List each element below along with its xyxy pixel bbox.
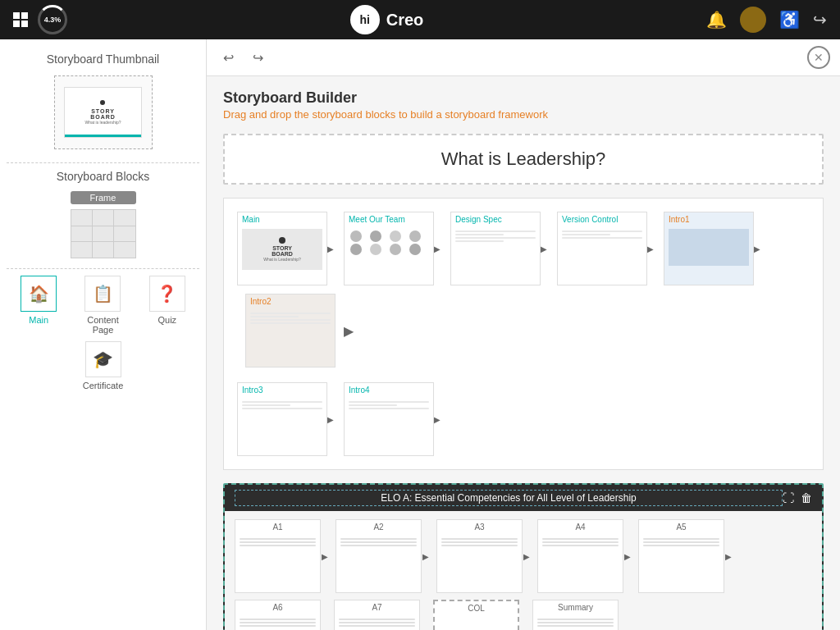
sb-card-main-arrow: ▶ (326, 244, 335, 253)
sidebar-divider-1 (7, 162, 199, 163)
logout-icon[interactable]: ↪ (813, 10, 827, 30)
sb-card-main-body: STORY BOARD What is Leadership? (238, 226, 326, 285)
sb-card-intro4-title: Intro4 (345, 383, 433, 397)
app-name: Creo (386, 11, 424, 30)
builder-header: Storyboard Builder Drag and drop the sto… (223, 89, 824, 121)
elo-a2-arrow: ▶ (422, 552, 429, 561)
main-block-icon: 🏠 (21, 276, 57, 312)
certificate-block-icon: 🎓 (85, 341, 121, 377)
sb-card-intro2-title: Intro2 (246, 294, 335, 308)
nav-left: 4.3% (13, 5, 67, 34)
course-title-box[interactable]: What is Leadership? (223, 134, 824, 185)
block-certificate[interactable]: 🎓 Certificate (79, 341, 128, 390)
grid-icon[interactable] (13, 12, 28, 27)
elo-title: ELO A: Essential Competencies for All Le… (235, 490, 783, 506)
elo-header: ELO A: Essential Competencies for All Le… (225, 485, 822, 511)
sb-card-intro1-arrow: ▶ (753, 244, 761, 253)
frame-label: Frame (71, 191, 136, 204)
sb-card-meet-team[interactable]: Meet Our Team (344, 212, 434, 285)
content-area: ↩ ↪ ✕ Storyboard Builder Drag and drop t… (207, 39, 840, 630)
thumbnail-inner: STORY BOARD What is leadership? (55, 76, 152, 148)
sb-card-intro3-title: Intro3 (238, 383, 326, 397)
elo-card-col[interactable]: COL ? ▶ (433, 600, 519, 630)
builder-area: Storyboard Builder Drag and drop the sto… (207, 76, 840, 630)
user-avatar[interactable] (740, 7, 766, 33)
thumbnail-bar (65, 135, 140, 137)
toolbar: ↩ ↪ ✕ (207, 39, 840, 76)
builder-title: Storyboard Builder (223, 89, 824, 107)
sb-card-design-arrow: ▶ (540, 244, 548, 253)
thumbnail-section-title: Storyboard Thumbnail (7, 52, 199, 66)
elo-grid: A1 ▶ A2 (225, 511, 822, 630)
sb-card-intro3[interactable]: Intro3 ▶ (237, 382, 327, 456)
sb-card-version-title: Version Control (558, 212, 646, 226)
sb-card-intro2[interactable]: Intro2 (245, 294, 336, 368)
sb-card-version-control[interactable]: Version Control ▶ (557, 212, 647, 285)
sb-card-team-arrow: ▶ (433, 244, 441, 253)
sb-card-intro4[interactable]: Intro4 ▶ (344, 382, 434, 456)
frame-grid (71, 209, 136, 258)
elo-a3-arrow: ▶ (523, 552, 530, 561)
notification-icon[interactable]: 🔔 (706, 10, 727, 30)
sb-card-main[interactable]: Main STORY BOARD What is Leadership? (237, 212, 327, 285)
mini-dot (100, 100, 105, 105)
redo-button[interactable]: ↪ (246, 46, 269, 69)
sb-card-intro1-title: Intro1 (664, 212, 753, 226)
elo-card-a1[interactable]: A1 ▶ (235, 519, 321, 593)
sb-card-main-title: Main (238, 212, 326, 226)
content-page-block-icon: 📋 (84, 276, 121, 312)
main-layout: Storyboard Thumbnail STORY BOARD What is… (0, 39, 840, 630)
sidebar-divider-2 (7, 268, 199, 269)
elo-actions: ⛶ 🗑 (783, 491, 812, 504)
block-main[interactable]: 🏠 Main (14, 276, 63, 335)
sb-card-design-spec-title: Design Spec (451, 212, 540, 226)
main-block-label: Main (29, 315, 48, 325)
elo-section: ELO A: Essential Competencies for All Le… (223, 483, 824, 630)
blocks-row-2: 🎓 Certificate (7, 341, 199, 390)
blocks-section-title: Storyboard Blocks (7, 170, 199, 183)
elo-a4-arrow: ▶ (624, 552, 631, 561)
builder-subtitle: Drag and drop the storyboard blocks to b… (223, 108, 824, 121)
sidebar: Storyboard Thumbnail STORY BOARD What is… (0, 39, 207, 630)
app-logo: hi Creo (350, 5, 424, 34)
elo-expand-icon[interactable]: ⛶ (783, 491, 794, 504)
hi-badge: hi (350, 5, 380, 34)
sb-card-meet-team-title: Meet Our Team (345, 212, 433, 226)
elo-card-a3[interactable]: A3 ▶ (436, 519, 523, 593)
blocks-row-1: 🏠 Main 📋 Content Page ❓ Quiz (7, 276, 199, 335)
storyboard-thumbnail: STORY BOARD What is leadership? (54, 75, 153, 149)
elo-delete-icon[interactable]: 🗑 (801, 491, 812, 504)
sb-card-intro3-arrow: ▶ (326, 415, 335, 423)
elo-card-a2[interactable]: A2 ▶ (336, 519, 422, 593)
toolbar-left: ↩ ↪ (217, 46, 269, 69)
accessibility-icon[interactable]: ♿ (779, 10, 800, 30)
elo-card-a7[interactable]: A7 ▶ (334, 600, 420, 630)
block-content-page[interactable]: 📋 Content Page (78, 276, 127, 335)
nav-right: 🔔 ♿ ↪ (706, 7, 827, 33)
progress-indicator: 4.3% (38, 5, 67, 34)
block-quiz[interactable]: ❓ Quiz (143, 276, 192, 335)
sb-card-intro4-arrow: ▶ (433, 415, 441, 423)
thumbnail-preview: STORY BOARD What is leadership? (64, 87, 141, 138)
close-button[interactable]: ✕ (807, 46, 830, 69)
sb-card-intro1[interactable]: Intro1 ▶ (664, 212, 754, 285)
sb-card-design-spec[interactable]: Design Spec ▶ (450, 212, 541, 285)
course-title: What is Leadership? (441, 148, 606, 169)
elo-card-summary[interactable]: Summary (532, 600, 619, 630)
certificate-block-label: Certificate (83, 381, 124, 390)
quiz-block-icon: ❓ (149, 276, 185, 312)
sb-card-version-arrow: ▶ (646, 244, 655, 253)
elo-a1-arrow: ▶ (322, 552, 328, 561)
more-cards-arrow[interactable]: ▶ (340, 323, 357, 339)
quiz-block-label: Quiz (158, 315, 177, 325)
elo-a5-arrow: ▶ (725, 552, 732, 561)
elo-card-a6[interactable]: A6 ▶ (235, 600, 321, 630)
elo-card-a4[interactable]: A4 ▶ (537, 519, 623, 593)
elo-card-a5[interactable]: A5 ▶ (638, 519, 724, 593)
content-page-block-label: Content Page (78, 315, 127, 335)
top-navigation: 4.3% hi Creo 🔔 ♿ ↪ (0, 0, 840, 39)
undo-button[interactable]: ↩ (217, 46, 240, 69)
